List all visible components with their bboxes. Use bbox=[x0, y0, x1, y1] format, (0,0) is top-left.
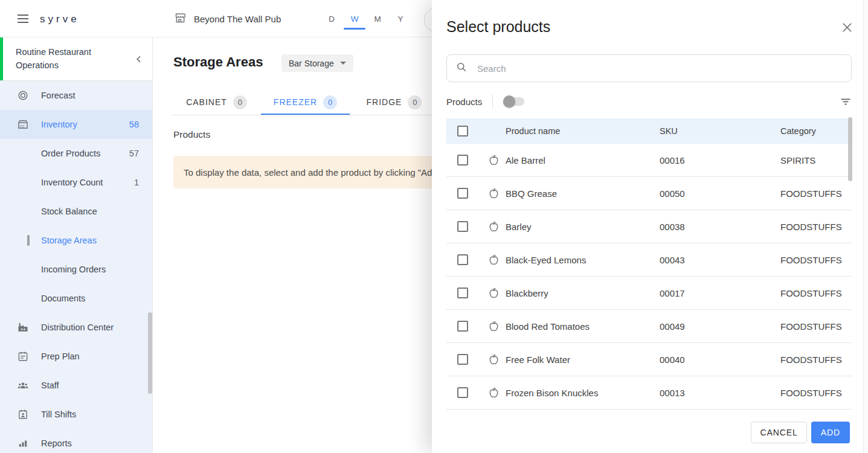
select-all-checkbox[interactable] bbox=[457, 126, 468, 137]
search-box bbox=[446, 54, 852, 82]
sidebar-item-label: Incoming Orders bbox=[41, 265, 106, 274]
apple-icon bbox=[486, 252, 501, 267]
caret-down-icon bbox=[340, 62, 346, 65]
table-row[interactable]: Blackberry00017FOODSTUFFS bbox=[446, 277, 852, 310]
sidebar-item-incoming-orders[interactable]: Incoming Orders bbox=[0, 255, 152, 284]
products-toggle-switch[interactable] bbox=[503, 97, 524, 106]
table-row[interactable]: Frozen Bison Knuckles00013FOODSTUFFS bbox=[446, 376, 852, 410]
period-toggle-y[interactable]: Y bbox=[389, 0, 412, 37]
tab-cabinet[interactable]: CABINET0 bbox=[172, 89, 261, 115]
clipboard-icon bbox=[17, 350, 29, 362]
cancel-button[interactable]: CANCEL bbox=[751, 422, 807, 443]
sidebar-item-label: Distribution Center bbox=[41, 323, 114, 332]
vertical-divider bbox=[492, 94, 493, 109]
filter-icon[interactable] bbox=[840, 95, 852, 108]
row-checkbox[interactable] bbox=[457, 188, 468, 199]
row-checkbox[interactable] bbox=[457, 288, 468, 298]
storage-tabs: CABINET0FREEZER0FRIDGE0 bbox=[172, 89, 439, 115]
sku-cell: 00043 bbox=[660, 255, 780, 265]
sidebar-item-label: Inventory Count bbox=[41, 178, 103, 187]
sidebar-item-stock-balance[interactable]: Stock Balance bbox=[0, 197, 152, 226]
row-checkbox[interactable] bbox=[457, 354, 468, 365]
sidebar-item-forecast[interactable]: Forecast bbox=[0, 81, 152, 110]
hamburger-icon[interactable] bbox=[17, 13, 29, 25]
category-cell: FOODSTUFFS bbox=[780, 255, 852, 265]
venue-selector[interactable]: Beyond The Wall Pub bbox=[174, 0, 281, 37]
category-cell: FOODSTUFFS bbox=[780, 188, 852, 199]
apple-icon bbox=[486, 286, 501, 300]
table-row[interactable]: Blood Red Tomatoes00049FOODSTUFFS bbox=[446, 310, 852, 343]
page-scrollbar[interactable] bbox=[863, 0, 868, 453]
category-cell: FOODSTUFFS bbox=[780, 388, 852, 398]
sku-cell: 00040 bbox=[660, 355, 780, 365]
list-scrollbar-thumb[interactable] bbox=[848, 117, 852, 181]
toggle-knob bbox=[503, 95, 515, 108]
factory-icon bbox=[17, 321, 29, 333]
chevron-left-icon[interactable] bbox=[133, 53, 145, 65]
sidebar-item-inventory[interactable]: Inventory58 bbox=[0, 110, 152, 139]
add-button[interactable]: ADD bbox=[811, 422, 850, 443]
sidebar-item-reports[interactable]: Reports bbox=[0, 429, 152, 453]
period-toggle-m[interactable]: M bbox=[366, 0, 389, 37]
close-icon[interactable] bbox=[841, 22, 854, 34]
warehouse-icon bbox=[17, 118, 29, 130]
tab-label: FRIDGE bbox=[367, 97, 402, 107]
column-header-sku[interactable]: SKU bbox=[660, 126, 780, 136]
sidebar-item-staff[interactable]: Staff bbox=[0, 371, 152, 400]
sidebar-group-title: Routine Restaurant Operations bbox=[16, 46, 128, 71]
sidebar-item-label: Order Products bbox=[41, 149, 100, 158]
sidebar-item-label: Reports bbox=[41, 439, 72, 448]
venue-name: Beyond The Wall Pub bbox=[194, 14, 281, 24]
sidebar-item-inventory-count[interactable]: Inventory Count1 bbox=[0, 168, 152, 197]
sidebar-item-label: Staff bbox=[41, 381, 59, 390]
sku-cell: 00013 bbox=[660, 388, 780, 398]
sidebar-item-count: 58 bbox=[129, 120, 139, 129]
sku-cell: 00016 bbox=[660, 155, 780, 165]
row-checkbox[interactable] bbox=[457, 254, 468, 265]
row-checkbox[interactable] bbox=[457, 221, 468, 232]
row-checkbox[interactable] bbox=[457, 155, 468, 165]
sidebar-group-header: Routine Restaurant Operations bbox=[0, 37, 152, 81]
sidebar-item-count: 1 bbox=[134, 178, 139, 187]
tab-fridge[interactable]: FRIDGE0 bbox=[350, 89, 439, 115]
period-toggle-d[interactable]: D bbox=[320, 0, 343, 37]
sidebar-item-order-products[interactable]: Order Products57 bbox=[0, 139, 152, 168]
products-toggle-label: Products bbox=[446, 97, 482, 107]
tab-freezer[interactable]: FREEZER0 bbox=[261, 89, 350, 115]
storage-selector-dropdown[interactable]: Bar Storage bbox=[281, 54, 353, 72]
column-header-product-name[interactable]: Product name bbox=[506, 126, 660, 136]
search-input[interactable] bbox=[477, 63, 843, 74]
period-toggle-w[interactable]: W bbox=[343, 0, 366, 37]
table-row[interactable]: Ale Barrel00016SPIRITS bbox=[446, 144, 852, 177]
sidebar-item-documents[interactable]: Documents bbox=[0, 284, 152, 313]
row-checkbox[interactable] bbox=[457, 321, 468, 332]
sidebar-item-prep-plan[interactable]: Prep Plan bbox=[0, 342, 152, 371]
sidebar-item-label: Till Shifts bbox=[41, 410, 76, 419]
table-row[interactable]: Barley00038FOODSTUFFS bbox=[446, 210, 852, 243]
modal-title: Select products bbox=[446, 18, 550, 36]
sidebar-scrollbar-thumb[interactable] bbox=[148, 312, 152, 394]
table-row[interactable]: Black-Eyed Lemons00043FOODSTUFFS bbox=[446, 243, 852, 277]
product-name-cell: Blood Red Tomatoes bbox=[506, 321, 660, 332]
select-products-modal: Select products Products Product name SK… bbox=[432, 0, 868, 453]
column-header-category[interactable]: Category bbox=[780, 126, 852, 136]
page-title: Storage Areas bbox=[173, 54, 263, 70]
tabs-divider bbox=[172, 115, 462, 115]
sidebar-item-distribution-center[interactable]: Distribution Center bbox=[0, 313, 152, 342]
active-item-marker bbox=[27, 235, 30, 246]
product-name-cell: Blackberry bbox=[506, 288, 660, 298]
bar-chart-icon bbox=[17, 437, 29, 449]
sidebar-item-till-shifts[interactable]: Till Shifts bbox=[0, 400, 152, 429]
table-row[interactable]: Free Folk Water00040FOODSTUFFS bbox=[446, 343, 852, 376]
table-header: Product name SKU Category bbox=[446, 118, 852, 144]
apple-icon bbox=[486, 219, 501, 234]
sidebar-nav: ForecastInventory58Order Products57Inven… bbox=[0, 81, 152, 453]
product-list: Ale Barrel00016SPIRITSBBQ Grease00050FOO… bbox=[446, 144, 852, 410]
tab-count-badge: 0 bbox=[323, 95, 337, 109]
sidebar-item-label: Forecast bbox=[41, 91, 75, 100]
row-checkbox[interactable] bbox=[457, 387, 468, 398]
sidebar-item-storage-areas[interactable]: Storage Areas bbox=[0, 226, 152, 255]
table-row[interactable]: BBQ Grease00050FOODSTUFFS bbox=[446, 177, 852, 210]
sidebar-item-label: Storage Areas bbox=[41, 236, 97, 245]
period-toggle-group: DWMY bbox=[320, 0, 412, 37]
